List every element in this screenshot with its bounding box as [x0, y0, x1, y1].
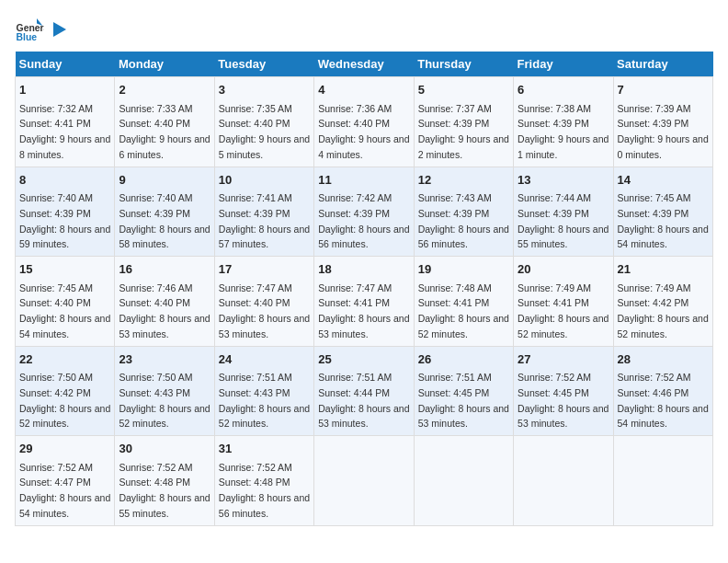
day-number: 6 — [518, 81, 609, 99]
sunrise-text: Sunrise: 7:38 AM — [518, 103, 591, 114]
daylight-text: Daylight: 8 hours and 54 minutes. — [19, 492, 110, 519]
sunset-text: Sunset: 4:43 PM — [219, 387, 290, 398]
daylight-text: Daylight: 8 hours and 54 minutes. — [618, 224, 709, 250]
sunset-text: Sunset: 4:39 PM — [19, 208, 91, 219]
header: General Blue — [15, 15, 713, 44]
calendar-cell: 18Sunrise: 7:47 AMSunset: 4:41 PMDayligh… — [314, 257, 414, 347]
sunrise-text: Sunrise: 7:49 AM — [518, 282, 591, 293]
day-number: 17 — [219, 260, 310, 279]
calendar-cell: 16Sunrise: 7:46 AMSunset: 4:40 PMDayligh… — [115, 257, 214, 347]
daylight-text: Daylight: 9 hours and 2 minutes. — [418, 133, 509, 160]
daylight-text: Daylight: 8 hours and 52 minutes. — [518, 313, 609, 339]
sunrise-text: Sunrise: 7:37 AM — [418, 103, 492, 114]
daylight-text: Daylight: 8 hours and 56 minutes. — [418, 224, 509, 250]
sunset-text: Sunset: 4:47 PM — [19, 477, 91, 488]
daylight-text: Daylight: 8 hours and 52 minutes. — [219, 403, 310, 430]
sunrise-text: Sunrise: 7:41 AM — [219, 192, 292, 203]
calendar-cell: 22Sunrise: 7:50 AMSunset: 4:42 PMDayligh… — [16, 346, 115, 436]
daylight-text: Daylight: 9 hours and 0 minutes. — [618, 133, 709, 160]
sunset-text: Sunset: 4:46 PM — [618, 387, 689, 398]
sunrise-text: Sunrise: 7:51 AM — [219, 372, 292, 383]
weekday-header-monday: Monday — [115, 52, 214, 77]
calendar-cell: 28Sunrise: 7:52 AMSunset: 4:46 PMDayligh… — [613, 346, 712, 436]
calendar-cell — [314, 436, 414, 526]
sunrise-text: Sunrise: 7:44 AM — [518, 192, 591, 203]
day-number: 28 — [618, 350, 709, 369]
sunrise-text: Sunrise: 7:35 AM — [219, 103, 292, 114]
sunrise-text: Sunrise: 7:36 AM — [318, 103, 392, 114]
daylight-text: Daylight: 8 hours and 56 minutes. — [219, 492, 310, 519]
sunset-text: Sunset: 4:39 PM — [518, 118, 589, 129]
sunset-text: Sunset: 4:39 PM — [618, 118, 689, 129]
daylight-text: Daylight: 8 hours and 52 minutes. — [618, 313, 709, 339]
calendar-cell: 26Sunrise: 7:51 AMSunset: 4:45 PMDayligh… — [414, 346, 513, 436]
sunset-text: Sunset: 4:40 PM — [318, 118, 390, 129]
daylight-text: Daylight: 8 hours and 58 minutes. — [119, 224, 210, 250]
daylight-text: Daylight: 8 hours and 53 minutes. — [119, 313, 210, 339]
daylight-text: Daylight: 8 hours and 57 minutes. — [219, 224, 310, 250]
day-number: 14 — [618, 171, 709, 190]
daylight-text: Daylight: 8 hours and 52 minutes. — [418, 313, 509, 339]
logo-icon: General Blue — [15, 15, 44, 44]
weekday-header-sunday: Sunday — [16, 52, 115, 77]
calendar-cell: 27Sunrise: 7:52 AMSunset: 4:45 PMDayligh… — [514, 346, 613, 436]
sunset-text: Sunset: 4:45 PM — [518, 387, 589, 398]
daylight-text: Daylight: 9 hours and 1 minute. — [518, 133, 609, 160]
calendar-cell: 30Sunrise: 7:52 AMSunset: 4:48 PMDayligh… — [115, 436, 214, 526]
sunset-text: Sunset: 4:40 PM — [19, 297, 91, 308]
sunset-text: Sunset: 4:39 PM — [119, 208, 190, 219]
daylight-text: Daylight: 8 hours and 53 minutes. — [518, 403, 609, 430]
sunset-text: Sunset: 4:39 PM — [518, 208, 589, 219]
sunrise-text: Sunrise: 7:49 AM — [618, 282, 691, 293]
day-number: 24 — [219, 350, 310, 369]
calendar-cell: 4Sunrise: 7:36 AMSunset: 4:40 PMDaylight… — [314, 77, 414, 167]
sunrise-text: Sunrise: 7:47 AM — [219, 282, 292, 293]
sunset-text: Sunset: 4:40 PM — [219, 118, 290, 129]
daylight-text: Daylight: 8 hours and 55 minutes. — [119, 492, 210, 519]
calendar-cell: 24Sunrise: 7:51 AMSunset: 4:43 PMDayligh… — [214, 346, 313, 436]
sunset-text: Sunset: 4:40 PM — [119, 118, 190, 129]
sunset-text: Sunset: 4:41 PM — [418, 297, 490, 308]
calendar-cell: 6Sunrise: 7:38 AMSunset: 4:39 PMDaylight… — [514, 77, 613, 167]
sunrise-text: Sunrise: 7:52 AM — [219, 462, 292, 473]
calendar-cell: 9Sunrise: 7:40 AMSunset: 4:39 PMDaylight… — [115, 167, 214, 257]
calendar-cell: 8Sunrise: 7:40 AMSunset: 4:39 PMDaylight… — [16, 167, 115, 257]
sunrise-text: Sunrise: 7:43 AM — [418, 192, 492, 203]
sunset-text: Sunset: 4:43 PM — [119, 387, 190, 398]
day-number: 26 — [418, 350, 509, 369]
sunrise-text: Sunrise: 7:52 AM — [618, 372, 691, 383]
sunrise-text: Sunrise: 7:42 AM — [318, 192, 392, 203]
sunrise-text: Sunrise: 7:50 AM — [19, 372, 93, 383]
weekday-header-thursday: Thursday — [414, 52, 513, 77]
sunrise-text: Sunrise: 7:39 AM — [618, 103, 691, 114]
sunset-text: Sunset: 4:39 PM — [418, 118, 490, 129]
sunrise-text: Sunrise: 7:48 AM — [418, 282, 492, 293]
sunrise-text: Sunrise: 7:46 AM — [119, 282, 192, 293]
day-number: 2 — [119, 81, 210, 99]
sunrise-text: Sunrise: 7:51 AM — [418, 372, 492, 383]
calendar-cell: 17Sunrise: 7:47 AMSunset: 4:40 PMDayligh… — [214, 257, 313, 347]
calendar-cell: 7Sunrise: 7:39 AMSunset: 4:39 PMDaylight… — [613, 77, 712, 167]
sunset-text: Sunset: 4:39 PM — [418, 208, 490, 219]
daylight-text: Daylight: 9 hours and 5 minutes. — [219, 133, 310, 160]
sunset-text: Sunset: 4:41 PM — [318, 297, 390, 308]
sunset-text: Sunset: 4:42 PM — [19, 387, 91, 398]
calendar-cell: 11Sunrise: 7:42 AMSunset: 4:39 PMDayligh… — [314, 167, 414, 257]
sunrise-text: Sunrise: 7:52 AM — [518, 372, 591, 383]
day-number: 19 — [418, 260, 509, 279]
sunrise-text: Sunrise: 7:52 AM — [119, 462, 192, 473]
sunset-text: Sunset: 4:48 PM — [119, 477, 190, 488]
svg-text:Blue: Blue — [17, 32, 38, 42]
calendar-cell: 29Sunrise: 7:52 AMSunset: 4:47 PMDayligh… — [16, 436, 115, 526]
sunset-text: Sunset: 4:42 PM — [618, 297, 689, 308]
logo: General Blue — [15, 15, 70, 44]
sunset-text: Sunset: 4:45 PM — [418, 387, 490, 398]
sunset-text: Sunset: 4:40 PM — [119, 297, 190, 308]
daylight-text: Daylight: 9 hours and 8 minutes. — [19, 133, 110, 160]
day-number: 3 — [219, 81, 310, 99]
sunrise-text: Sunrise: 7:45 AM — [618, 192, 691, 203]
calendar-cell: 23Sunrise: 7:50 AMSunset: 4:43 PMDayligh… — [115, 346, 214, 436]
sunset-text: Sunset: 4:48 PM — [219, 477, 290, 488]
calendar-cell: 13Sunrise: 7:44 AMSunset: 4:39 PMDayligh… — [514, 167, 613, 257]
calendar-cell: 19Sunrise: 7:48 AMSunset: 4:41 PMDayligh… — [414, 257, 513, 347]
